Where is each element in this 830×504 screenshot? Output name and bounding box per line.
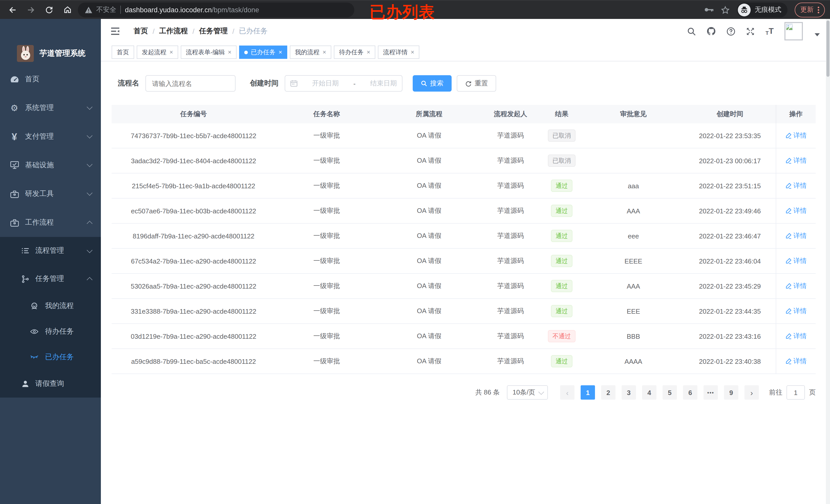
created-cell: 2022-01-22 23:43:16 [684,332,776,340]
tab-my-process[interactable]: 我的流程× [290,45,331,59]
search-button[interactable]: 搜索 [413,75,452,92]
process-name-input[interactable] [146,79,235,87]
tab-done-tasks[interactable]: 已办任务× [239,45,287,59]
url-text[interactable]: dashboard.yudao.iocoder.cn/bpm/task/done [125,6,259,13]
tab-process-detail[interactable]: 流程详情× [378,45,419,59]
page-size-select[interactable]: 10条/页 [507,385,548,400]
detail-link[interactable]: 详情 [785,206,807,215]
sidebar-item-todo-tasks[interactable]: 待办任务 [0,319,101,344]
end-date-placeholder[interactable]: 结束日期 [370,79,397,88]
fullscreen-icon[interactable] [746,27,755,36]
app-logo[interactable]: 芋道管理系统 [0,19,101,65]
help-icon[interactable] [727,27,735,36]
close-icon[interactable]: × [411,49,414,55]
github-icon[interactable] [707,27,716,36]
breadcrumb-home[interactable]: 首页 [134,27,148,36]
prev-page-button[interactable]: ‹ [560,385,574,400]
page-scrollbar[interactable] [826,19,830,504]
task-id-cell: 8196daff-7b9a-11ec-a290-acde48001122 [111,232,276,240]
detail-label: 详情 [793,306,807,316]
goto-page-input[interactable] [787,385,805,400]
sidebar-item-my-process[interactable]: 我的流程 [0,293,101,319]
result-badge: 通过 [551,355,572,367]
detail-link[interactable]: 详情 [785,357,807,366]
sidebar-item-label: 首页 [25,75,39,84]
reset-button[interactable]: 重置 [457,75,496,92]
tab-todo-tasks[interactable]: 待办任务× [334,45,375,59]
detail-link[interactable]: 详情 [785,131,807,140]
process-cell: OA 请假 [378,231,480,240]
tab-home[interactable]: 首页 [111,45,134,59]
home-icon[interactable] [60,3,75,17]
created-cell: 2022-01-22 23:46:47 [684,232,776,240]
close-icon[interactable]: × [228,49,231,55]
scrollbar-thumb[interactable] [826,21,829,77]
start-date-placeholder[interactable]: 开始日期 [312,79,339,88]
security-label[interactable]: 不安全 [96,5,116,14]
detail-link[interactable]: 详情 [785,231,807,240]
result-badge: 已取消 [548,155,576,167]
more-vertical-icon[interactable] [818,6,819,13]
tab-form-edit[interactable]: 流程表单-编辑× [181,45,236,59]
done-tasks-table: 任务编号 任务名称 所属流程 流程发起人 结果 审批意见 创建时间 操作 747… [111,105,816,374]
detail-link[interactable]: 详情 [785,256,807,266]
create-time-label: 创建时间 [250,79,279,88]
sidebar-item-label: 我的流程 [45,301,74,311]
close-icon[interactable]: × [279,49,282,55]
close-icon[interactable]: × [323,49,326,55]
sidebar-item-home[interactable]: 首页 [0,65,101,94]
sidebar-item-payment[interactable]: ¥ 支付管理 [0,122,101,151]
page-button-5[interactable]: 5 [663,385,677,400]
starter-cell: 芋道源码 [480,306,541,316]
page-button-9[interactable]: 9 [724,385,738,400]
created-cell: 2022-01-23 00:06:17 [684,157,776,165]
page-button-1[interactable]: 1 [581,385,595,400]
page-button-3[interactable]: 3 [621,385,636,400]
hamburger-icon[interactable] [110,27,120,35]
avatar[interactable] [785,22,803,40]
detail-link[interactable]: 详情 [785,181,807,190]
sidebar-item-task-mgmt[interactable]: 任务管理 [0,265,101,293]
page-button-2[interactable]: 2 [601,385,615,400]
task-name-cell: 一级审批 [276,281,378,291]
breadcrumb-task-mgmt[interactable]: 任务管理 [199,27,228,36]
update-button[interactable]: 更新 [795,2,825,17]
sidebar-item-done-tasks[interactable]: 已办任务 [0,344,101,370]
key-icon[interactable] [705,7,714,13]
caret-down-icon[interactable] [815,33,820,36]
sidebar-item-devtools[interactable]: 研发工具 [0,179,101,208]
sidebar-item-infra[interactable]: 基础设施 [0,151,101,179]
url-bar[interactable]: 不安全 dashboard.yudao.iocoder.cn/bpm/task/… [78,2,354,17]
sidebar-item-workflow[interactable]: 工作流程 [0,208,101,237]
close-icon[interactable]: × [366,49,370,55]
detail-link[interactable]: 详情 [785,306,807,316]
sidebar-item-leave-query[interactable]: 请假查询 [0,370,101,398]
forward-icon[interactable] [24,3,38,17]
sidebar-item-label: 研发工具 [25,189,54,199]
breadcrumb-workflow[interactable]: 工作流程 [159,27,188,36]
next-page-button[interactable]: › [744,385,759,400]
sidebar-item-system[interactable]: ⚙ 系统管理 [0,94,101,122]
sidebar-item-label: 待办任务 [45,327,74,336]
process-name-field[interactable] [146,75,235,92]
page-button-4[interactable]: 4 [642,385,657,400]
more-pages-button[interactable]: ••• [704,385,718,400]
starter-cell: 芋道源码 [480,156,541,165]
process-name-label: 流程名 [118,79,139,88]
col-result: 结果 [541,109,583,119]
back-icon[interactable] [5,3,20,17]
search-icon[interactable] [687,27,696,36]
page-button-6[interactable]: 6 [683,385,697,400]
tab-start-process[interactable]: 发起流程× [137,45,178,59]
detail-link[interactable]: 详情 [785,332,807,341]
detail-link[interactable]: 详情 [785,156,807,165]
chevron-down-icon [87,190,93,196]
rabbit-logo [17,45,34,62]
detail-link[interactable]: 详情 [785,281,807,291]
date-range-picker[interactable]: 开始日期 - 结束日期 [285,75,403,92]
font-size-icon[interactable]: TT [765,27,774,36]
sidebar-item-process-mgmt[interactable]: 流程管理 [0,237,101,265]
star-icon[interactable] [721,5,730,14]
reload-icon[interactable] [42,3,56,17]
close-icon[interactable]: × [169,49,173,55]
